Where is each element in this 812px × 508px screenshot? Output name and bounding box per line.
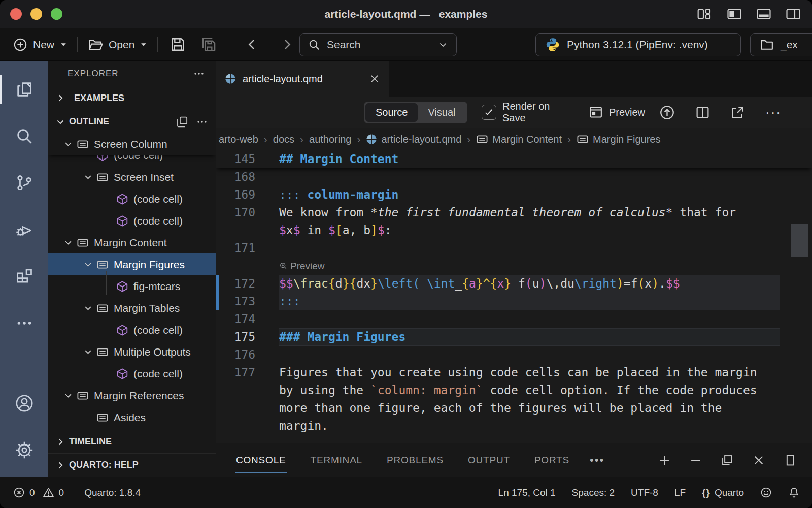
panel-tab-console[interactable]: CONSOLE — [236, 455, 286, 466]
code-line[interactable]: 174 — [216, 310, 812, 328]
code-lens-row[interactable]: Preview — [216, 257, 812, 275]
outline-item-code-cell[interactable]: (code cell) — [48, 210, 216, 232]
panel-more-icon[interactable]: ••• — [590, 458, 604, 462]
chevron-down-icon[interactable] — [83, 303, 96, 313]
outline-item-screen-column[interactable]: Screen Column — [48, 133, 216, 155]
breadcrumb-item[interactable]: arto-web — [219, 134, 258, 145]
toggle-right-sidebar-icon[interactable] — [786, 7, 801, 21]
preview-button[interactable]: Preview — [589, 105, 645, 119]
code-line[interactable]: 176 — [216, 346, 812, 364]
close-tab-icon[interactable] — [369, 73, 380, 84]
chevron-down-icon[interactable] — [83, 260, 96, 269]
panel-position-icon[interactable] — [784, 454, 797, 467]
source-mode-button[interactable]: Source — [365, 103, 418, 122]
code-line[interactable]: 170We know from *the first fundamental t… — [216, 204, 812, 221]
panel-close-icon[interactable] — [752, 454, 765, 467]
panel-restore-icon[interactable] — [721, 454, 734, 467]
status-item-lf[interactable]: LF — [674, 487, 686, 498]
toggle-left-sidebar-icon[interactable] — [727, 7, 742, 21]
chevron-down-icon[interactable] — [438, 40, 448, 50]
panel-plus-icon[interactable] — [658, 454, 671, 467]
tab-article-layout[interactable]: article-layout.qmd — [216, 61, 389, 97]
activity-extensions-icon[interactable] — [0, 253, 48, 300]
status-item-spaces-2[interactable]: Spaces: 2 — [572, 487, 615, 498]
render-on-save-control[interactable]: Render on Save — [482, 101, 574, 124]
code-line[interactable]: 171 — [216, 239, 812, 257]
quarto-version-status[interactable]: Quarto: 1.8.4 — [84, 487, 141, 498]
sidebar-section-quarto-help[interactable]: QUARTO: HELP — [48, 453, 216, 477]
chevron-down-icon[interactable] — [83, 347, 96, 357]
code-line[interactable]: 168 — [216, 168, 812, 186]
outline-item-code-cell[interactable]: (code cell) — [48, 363, 216, 385]
sidebar-section-examples[interactable]: _EXAMPLES — [48, 86, 216, 110]
status-item-ln-175-col-1[interactable]: Ln 175, Col 1 — [498, 487, 556, 498]
code-line[interactable]: by using the `column: margin` code cell … — [216, 382, 812, 399]
outline-item-margin-references[interactable]: Margin References — [48, 385, 216, 406]
code-line[interactable]: more than one figure, each of the figure… — [216, 399, 812, 417]
interpreter-selector[interactable]: Python 3.12.1 (PipEnv: .venv) — [535, 33, 741, 56]
sidebar-section-timeline[interactable]: TIMELINE — [48, 430, 216, 453]
code-editor[interactable]: 168169::: column-margin170We know from *… — [216, 150, 812, 443]
breadcrumb-item[interactable]: docs — [273, 134, 294, 145]
zoom-window-button[interactable] — [51, 8, 62, 20]
editor-more-icon[interactable]: ··· — [765, 110, 782, 115]
outline-item-screen-inset[interactable]: Screen Inset — [48, 166, 216, 188]
new-button[interactable]: New — [10, 38, 70, 52]
navigate-forward-button[interactable] — [275, 38, 299, 51]
breadcrumb-item[interactable]: Margin Content — [476, 133, 562, 145]
save-button[interactable] — [165, 37, 191, 52]
activity-explorer-icon[interactable] — [0, 66, 48, 113]
outline-item-margin-tables[interactable]: Margin Tables — [48, 297, 216, 319]
outline-item-fig-mtcars[interactable]: fig-mtcars — [48, 275, 216, 297]
outline-item-multiple-outputs[interactable]: Multiple Outputs — [48, 341, 216, 363]
save-all-button[interactable] — [196, 37, 222, 52]
outline-item-code-cell[interactable]: (code cell) — [48, 155, 216, 166]
panel-tab-problems[interactable]: PROBLEMS — [387, 455, 444, 466]
outline-item-margin-content[interactable]: Margin Content — [48, 232, 216, 253]
code-line[interactable]: 177Figures that you create using code ce… — [216, 364, 812, 382]
chevron-down-icon[interactable] — [63, 139, 77, 149]
settings-gear-icon[interactable] — [0, 427, 48, 473]
panel-minimize-icon[interactable] — [689, 454, 702, 467]
chevron-down-icon[interactable] — [63, 391, 77, 400]
split-editor-icon[interactable] — [695, 105, 710, 120]
code-line[interactable]: $x$ in $[a, b]$: — [216, 221, 812, 239]
activity-source-control-icon[interactable] — [0, 160, 48, 206]
close-window-button[interactable] — [10, 8, 22, 20]
toggle-panel-icon[interactable] — [756, 7, 771, 21]
status-item-utf-8[interactable]: UTF-8 — [631, 487, 658, 498]
code-line[interactable]: 169::: column-margin — [216, 186, 812, 204]
outline-item-asides[interactable]: Asides — [48, 406, 216, 428]
editor-scrollbar[interactable] — [791, 224, 808, 257]
code-line[interactable]: 172$$\frac{d}{dx}\left( \int_{a}^{x} f(u… — [216, 275, 812, 293]
activity-run-debug-icon[interactable] — [0, 206, 48, 253]
sticky-scroll-line[interactable]: 145## Margin Content — [216, 150, 812, 168]
project-selector[interactable]: _ex — [750, 33, 812, 56]
outline-item-code-cell[interactable]: (code cell) — [48, 188, 216, 210]
open-external-icon[interactable] — [730, 105, 745, 120]
checkbox-checked-icon[interactable] — [482, 105, 496, 120]
code-line[interactable]: 173::: — [216, 293, 812, 310]
outline-more-icon[interactable] — [196, 116, 208, 128]
open-button[interactable]: Open — [85, 37, 150, 52]
panel-tab-ports[interactable]: PORTS — [534, 455, 569, 466]
code-line[interactable]: 175### Margin Figures — [216, 328, 812, 346]
chevron-down-icon[interactable] — [63, 238, 77, 247]
breadcrumb-item[interactable]: authoring — [309, 134, 351, 145]
breadcrumb-item[interactable]: Margin Figures — [577, 133, 660, 145]
activity-more-icon[interactable] — [0, 300, 48, 346]
activity-search-icon[interactable] — [0, 113, 48, 160]
breadcrumb-item[interactable]: article-layout.qmd — [366, 134, 461, 145]
outline-item-margin-figures[interactable]: Margin Figures — [48, 253, 216, 275]
navigate-back-button[interactable] — [240, 38, 264, 51]
sidebar-section-outline[interactable]: OUTLINE — [48, 110, 216, 133]
panel-tab-terminal[interactable]: TERMINAL — [311, 455, 362, 466]
search-input[interactable]: Search — [299, 33, 457, 56]
chevron-down-icon[interactable] — [83, 172, 96, 182]
status-item-bell-icon[interactable] — [788, 487, 800, 498]
account-icon[interactable] — [0, 380, 48, 427]
collapse-all-icon[interactable] — [176, 116, 188, 128]
preview-code-lens[interactable]: Preview — [279, 257, 780, 275]
diagnostics-status[interactable]: 0 0 — [13, 487, 67, 498]
status-item-quarto[interactable]: {}Quarto — [702, 487, 744, 498]
